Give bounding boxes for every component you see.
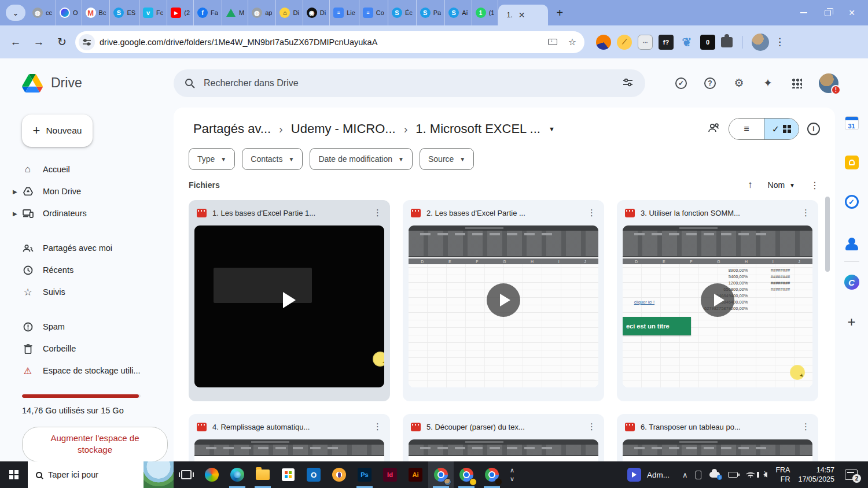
site-info-icon[interactable] <box>79 34 95 50</box>
minimize-button[interactable] <box>800 12 807 13</box>
grid-view-button[interactable]: ✓ <box>764 119 799 139</box>
browser-profile-avatar[interactable] <box>752 34 769 51</box>
main-scrollbar-thumb[interactable] <box>825 197 830 272</box>
list-view-button[interactable]: ≡ <box>729 119 764 139</box>
contacts-icon[interactable] <box>844 234 859 249</box>
upgrade-storage-button[interactable]: Augmenter l'espace de stockage <box>22 427 168 462</box>
file-card[interactable]: 4. Remplissage automatiqu...⋮DEFGHIJ <box>189 414 390 461</box>
canva-icon[interactable]: C <box>844 275 859 290</box>
pinned-tab[interactable]: SÉc <box>388 0 417 25</box>
sort-by-button[interactable]: Nom ▼ <box>768 180 795 190</box>
taskbar-app-copilot[interactable] <box>199 461 225 488</box>
sidebar-item-mon-drive[interactable]: ▶Mon Drive <box>8 180 174 202</box>
back-button[interactable]: ← <box>6 32 25 52</box>
file-card[interactable]: 6. Transposer un tableau po...⋮DEFGHIJ <box>617 414 818 461</box>
pinned-tab[interactable]: MBc <box>82 0 111 25</box>
pinned-tab[interactable]: ≡Lie <box>330 0 359 25</box>
sidebar-item-partag-s-avec-moi[interactable]: Partagés avec moi <box>8 237 174 259</box>
file-card[interactable]: 5. Découper (parser) du tex...⋮DEFGHIJ <box>403 414 604 461</box>
search-options-icon[interactable] <box>616 72 639 95</box>
taskbar-search[interactable]: Taper ici pour <box>28 461 174 488</box>
taskbar-app-outlook[interactable]: O <box>301 461 326 488</box>
pinned-tab[interactable]: SPa <box>417 0 445 25</box>
get-addons-plus-icon[interactable]: + <box>847 314 855 330</box>
extension-card-icon[interactable]: 0 <box>700 35 715 50</box>
sidebar-item-spam[interactable]: Spam <box>8 316 174 338</box>
play-icon[interactable] <box>283 292 296 308</box>
file-menu-icon[interactable]: ⋮ <box>798 422 814 432</box>
restore-button[interactable] <box>825 10 831 16</box>
address-bar[interactable]: drive.google.com/drive/folders/1Me4W_MN9… <box>75 31 584 53</box>
taskbar-app-illustrator[interactable]: Ai <box>403 461 428 488</box>
play-icon[interactable] <box>701 283 734 317</box>
language-code-top[interactable]: FRA <box>775 466 790 474</box>
onedrive-cloud-icon[interactable] <box>709 472 720 478</box>
extension-swirl-icon[interactable] <box>596 35 611 50</box>
gemini-sparkle-icon[interactable]: ✦ <box>756 72 779 95</box>
start-button[interactable] <box>0 461 28 488</box>
extension-feather-icon[interactable]: ❦ <box>679 35 694 50</box>
sort-direction-icon[interactable]: ↑ <box>748 179 753 191</box>
expand-arrow-icon[interactable]: ▶ <box>13 210 17 217</box>
tab-search-chevron-icon[interactable]: ⌄ <box>6 5 25 21</box>
file-menu-icon[interactable]: ⋮ <box>584 208 599 218</box>
new-tab-button[interactable]: + <box>556 6 563 20</box>
play-icon[interactable] <box>487 283 520 317</box>
filter-chip-date-de-modification[interactable]: Date de modification▼ <box>310 148 413 170</box>
drive-search-bar[interactable]: Rechercher dans Drive <box>174 69 645 97</box>
extensions-puzzle-icon[interactable] <box>721 37 733 47</box>
filter-chip-type[interactable]: Type▼ <box>189 148 235 170</box>
breadcrumb-item-udemy[interactable]: Udemy - MICRO... <box>286 119 400 139</box>
taskbar-app-chrome-profile[interactable] <box>428 461 454 488</box>
file-menu-icon[interactable]: ⋮ <box>584 422 599 432</box>
sidebar-item-espace-de-stockage-utili[interactable]: ⚠Espace de stockage utili... <box>8 360 174 382</box>
phone-link-icon[interactable] <box>696 471 701 479</box>
hidden-icons-chevron[interactable]: ∧ <box>682 471 688 479</box>
file-menu-icon[interactable]: ⋮ <box>370 208 385 218</box>
sidebar-item-suivis[interactable]: ☆Suivis <box>8 281 174 303</box>
pinned-tab[interactable]: SES <box>110 0 139 25</box>
install-app-icon[interactable] <box>545 35 560 50</box>
browser-menu-icon[interactable]: ⋮ <box>775 36 785 48</box>
drive-logo[interactable]: Drive <box>0 74 174 93</box>
forward-button[interactable]: → <box>29 32 49 52</box>
pinned-tab[interactable]: M <box>222 0 248 25</box>
pinned-tab[interactable]: ◍cc <box>29 0 56 25</box>
reload-button[interactable]: ↻ <box>52 32 72 52</box>
calendar-icon[interactable]: 31 <box>844 116 859 131</box>
pinned-tab[interactable]: ≡Co <box>359 0 388 25</box>
settings-gear-icon[interactable]: ⚙ <box>727 72 751 95</box>
extension-keyboard-icon[interactable]: ⋯ <box>638 35 653 50</box>
battery-icon[interactable] <box>728 472 738 478</box>
video-thumbnail[interactable]: DEFGHIJ <box>623 439 812 461</box>
share-folder-icon[interactable] <box>708 123 720 136</box>
volume-icon[interactable] <box>763 472 767 478</box>
account-avatar[interactable]: ! <box>819 73 838 93</box>
pinned-tab[interactable]: ▶(2 <box>167 0 194 25</box>
pinned-tab[interactable]: ⌂Di <box>276 0 303 25</box>
taskbar-app-edge[interactable] <box>225 461 250 488</box>
pinned-tab[interactable]: ◉Di <box>303 0 330 25</box>
taskbar-app-chrome-yellow[interactable] <box>454 461 479 488</box>
language-code-bottom[interactable]: FR <box>781 475 790 483</box>
details-info-icon[interactable]: i <box>807 123 820 135</box>
taskbar-app-task-view[interactable] <box>174 461 199 488</box>
google-apps-grid-icon[interactable] <box>785 72 808 95</box>
taskbar-app-microsoft-store[interactable] <box>275 461 301 488</box>
file-menu-icon[interactable]: ⋮ <box>798 208 814 218</box>
pinned-tab[interactable]: fFa <box>194 0 222 25</box>
search-highlight-image[interactable] <box>144 461 174 488</box>
video-thumbnail[interactable]: DEFGHIJ8900,00%5400,00%1200,00%656800,00… <box>623 225 812 387</box>
breadcrumb-item-shared[interactable]: Partagés av... <box>189 119 275 139</box>
taskbar-scroll-chevrons[interactable]: ∧∨ <box>505 461 520 488</box>
video-thumbnail[interactable]: DEFGHIJ <box>409 225 598 387</box>
pinned-tab[interactable]: O <box>56 0 82 25</box>
sidebar-item-r-cents[interactable]: Récents <box>8 259 174 281</box>
extension-pickaxe-icon[interactable]: ⟋ <box>617 35 632 50</box>
pinned-tab[interactable]: vFc <box>139 0 167 25</box>
tasks-icon[interactable]: ✓ <box>844 194 859 209</box>
video-thumbnail[interactable]: DEFGHIJ <box>409 439 598 461</box>
wifi-icon[interactable] <box>746 472 755 477</box>
close-window-button[interactable]: ✕ <box>848 8 855 17</box>
taskbar-app-photoshop[interactable]: Ps <box>352 461 377 488</box>
